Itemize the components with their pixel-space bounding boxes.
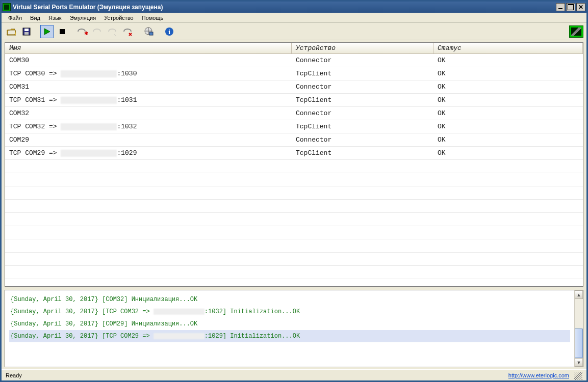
- table-row-empty: [5, 226, 583, 239]
- cell-status: OK: [433, 54, 583, 66]
- cell-device: TcpClient: [292, 147, 433, 159]
- cell-name: COM31: [5, 81, 292, 93]
- stop-button[interactable]: [56, 25, 69, 38]
- open-button[interactable]: [5, 25, 18, 38]
- menu-help[interactable]: Помощь: [138, 14, 167, 22]
- log-scrollbar[interactable]: ▲ ▼: [574, 290, 583, 367]
- cell-status: OK: [433, 147, 583, 159]
- log-line[interactable]: {Sunday, April 30, 2017} [COM32] Инициал…: [9, 293, 570, 306]
- menu-view[interactable]: Вид: [27, 14, 44, 22]
- vendor-logo: [569, 25, 583, 38]
- table-row-empty: [5, 213, 583, 226]
- toolbar: ✱ i: [2, 23, 586, 40]
- table-row-empty: [5, 200, 583, 213]
- log-line[interactable]: {Sunday, April 30, 2017} [COM29] Инициал…: [9, 318, 570, 330]
- menu-bar: Файл Вид Язык Эмуляция Устройство Помощь: [2, 13, 586, 23]
- col-status[interactable]: Cmamyc: [433, 43, 583, 53]
- minimize-button[interactable]: [556, 3, 565, 11]
- table-row-empty: [5, 186, 583, 200]
- menu-device[interactable]: Устройство: [100, 14, 137, 22]
- svg-rect-6: [149, 32, 153, 35]
- status-bar: Ready http://www.eterlogic.com: [2, 369, 586, 380]
- cell-name: TCP COM30 => :1030: [5, 68, 292, 79]
- col-device[interactable]: Устройство: [292, 43, 433, 53]
- globe-icon: [144, 27, 154, 36]
- table-row-empty: [5, 160, 583, 173]
- start-button[interactable]: [40, 25, 54, 38]
- menu-emulation[interactable]: Эмуляция: [66, 14, 100, 22]
- table-row[interactable]: COM31ConnectorOK: [5, 80, 583, 94]
- cell-name: COM32: [5, 107, 292, 119]
- device-add-icon: ✱: [78, 28, 88, 36]
- info-icon: i: [165, 27, 174, 36]
- maximize-button[interactable]: [566, 3, 575, 11]
- cell-status: OK: [433, 68, 583, 79]
- save-icon: [22, 28, 31, 36]
- cell-status: OK: [433, 134, 583, 146]
- cell-device: Connector: [292, 81, 433, 93]
- cell-status: OK: [433, 94, 583, 106]
- app-icon: [3, 3, 11, 11]
- log-line[interactable]: {Sunday, April 30, 2017} [TCP COM32 => :…: [9, 306, 570, 318]
- scroll-up-button[interactable]: ▲: [575, 290, 583, 299]
- resize-grip[interactable]: [574, 372, 582, 380]
- cell-device: TcpClient: [292, 94, 433, 106]
- cell-status: OK: [433, 81, 583, 93]
- table-row-empty: [5, 239, 583, 253]
- about-button[interactable]: i: [163, 25, 176, 38]
- cell-name: TCP COM31 => :1031: [5, 94, 292, 106]
- close-button[interactable]: ✕: [576, 3, 585, 11]
- table-header: Имя Устройство Cmamyc: [5, 43, 583, 54]
- delete-device-button[interactable]: [122, 25, 135, 38]
- cell-name: TCP COM32 => :1032: [5, 121, 292, 132]
- svg-rect-3: [60, 29, 65, 34]
- window-title: Virtual Serial Ports Emulator (Эмуляция …: [13, 4, 556, 11]
- svg-text:i: i: [168, 28, 170, 36]
- scroll-thumb[interactable]: [575, 329, 583, 358]
- table-row-empty: [5, 253, 583, 266]
- table-row[interactable]: TCP COM32 => :1032TcpClientOK: [5, 120, 583, 133]
- play-icon: [43, 28, 50, 35]
- scroll-down-button[interactable]: ▼: [575, 358, 583, 367]
- menu-file[interactable]: Файл: [5, 14, 25, 22]
- cell-device: TcpClient: [292, 68, 433, 79]
- table-row[interactable]: COM32ConnectorOK: [5, 107, 583, 120]
- add-device-button[interactable]: ✱: [76, 25, 89, 38]
- table-row[interactable]: COM29ConnectorOK: [5, 133, 583, 147]
- stop-icon: [59, 29, 65, 35]
- menu-language[interactable]: Язык: [45, 14, 65, 22]
- cell-name: COM29: [5, 134, 292, 146]
- save-button[interactable]: [20, 25, 33, 38]
- table-row[interactable]: TCP COM29 => :1029TcpClientOK: [5, 147, 583, 160]
- device-dim2-icon: [108, 28, 118, 36]
- device-disabled1-button: [91, 25, 105, 38]
- title-bar: Virtual Serial Ports Emulator (Эмуляция …: [2, 2, 586, 13]
- table-row-empty: [5, 266, 583, 279]
- vendor-link[interactable]: http://www.eterlogic.com: [508, 372, 569, 378]
- window-buttons: ✕: [556, 3, 585, 11]
- cell-name: COM30: [5, 54, 292, 66]
- cell-name: TCP COM29 => :1029: [5, 147, 292, 159]
- log-panel: {Sunday, April 30, 2017} [COM32] Инициал…: [5, 290, 583, 367]
- table-row-empty: [5, 173, 583, 186]
- col-name[interactable]: Имя: [5, 43, 292, 53]
- cell-device: Connector: [292, 107, 433, 119]
- table-row[interactable]: TCP COM31 => :1031TcpClientOK: [5, 94, 583, 107]
- table-row[interactable]: COM30ConnectorOK: [5, 54, 583, 67]
- cell-device: TcpClient: [292, 121, 433, 132]
- device-delete-icon: [123, 28, 134, 36]
- svg-rect-1: [24, 29, 29, 31]
- table-row[interactable]: TCP COM30 => :1030TcpClientOK: [5, 67, 583, 80]
- folder-open-icon: [7, 28, 16, 36]
- svg-rect-2: [24, 32, 29, 35]
- status-text: Ready: [6, 372, 22, 378]
- cell-status: OK: [433, 107, 583, 119]
- cell-device: Connector: [292, 54, 433, 66]
- svg-text:✱: ✱: [84, 31, 88, 36]
- device-table: Имя Устройство Cmamyc COM30ConnectorOKTC…: [5, 42, 583, 287]
- log-line[interactable]: {Sunday, April 30, 2017} [TCP COM29 => :…: [9, 330, 570, 342]
- device-disabled2-button: [107, 25, 120, 38]
- device-dim-icon: [93, 28, 103, 36]
- cell-status: OK: [433, 121, 583, 132]
- network-button[interactable]: [142, 25, 156, 38]
